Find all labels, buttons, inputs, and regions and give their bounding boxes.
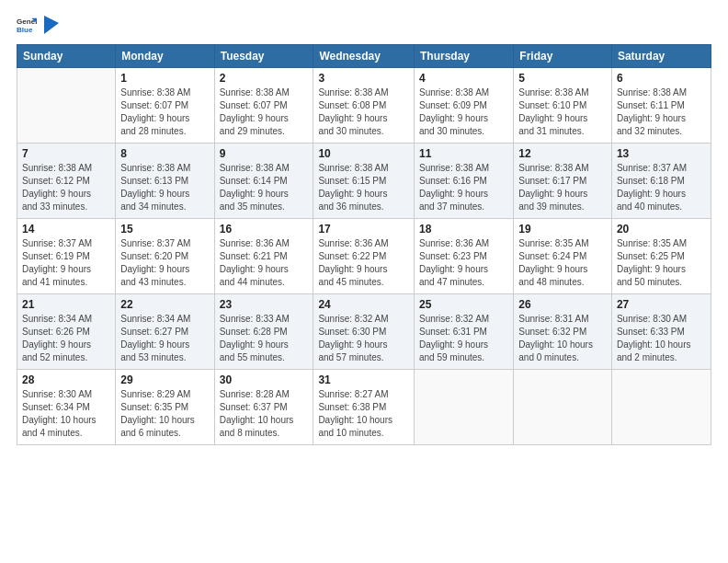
day-info: Sunrise: 8:37 AM Sunset: 6:20 PM Dayligh… xyxy=(120,237,209,289)
day-number: 29 xyxy=(120,373,209,386)
table-row: 16Sunrise: 8:36 AM Sunset: 6:21 PM Dayli… xyxy=(214,219,313,294)
table-row: 4Sunrise: 8:38 AM Sunset: 6:09 PM Daylig… xyxy=(414,68,513,144)
table-row: 11Sunrise: 8:38 AM Sunset: 6:16 PM Dayli… xyxy=(414,144,513,219)
day-info: Sunrise: 8:31 AM Sunset: 6:32 PM Dayligh… xyxy=(518,313,607,364)
day-info: Sunrise: 8:38 AM Sunset: 6:14 PM Dayligh… xyxy=(220,162,309,213)
day-number: 11 xyxy=(419,147,508,160)
table-row: 2Sunrise: 8:38 AM Sunset: 6:07 PM Daylig… xyxy=(214,68,313,144)
day-number: 26 xyxy=(518,298,607,311)
calendar-week-row: 21Sunrise: 8:34 AM Sunset: 6:26 PM Dayli… xyxy=(17,294,711,370)
day-info: Sunrise: 8:35 AM Sunset: 6:24 PM Dayligh… xyxy=(518,237,607,289)
day-number: 10 xyxy=(318,147,409,160)
table-row: 30Sunrise: 8:28 AM Sunset: 6:37 PM Dayli… xyxy=(214,370,313,445)
day-number: 27 xyxy=(617,298,706,311)
day-number: 3 xyxy=(318,72,409,85)
table-row: 8Sunrise: 8:38 AM Sunset: 6:13 PM Daylig… xyxy=(116,144,214,219)
table-row: 29Sunrise: 8:29 AM Sunset: 6:35 PM Dayli… xyxy=(116,370,214,445)
day-info: Sunrise: 8:38 AM Sunset: 6:13 PM Dayligh… xyxy=(120,162,209,213)
day-number: 22 xyxy=(120,298,209,311)
table-row: 24Sunrise: 8:32 AM Sunset: 6:30 PM Dayli… xyxy=(313,294,415,370)
day-number: 31 xyxy=(318,373,409,386)
table-row xyxy=(611,370,711,445)
table-row: 27Sunrise: 8:30 AM Sunset: 6:33 PM Dayli… xyxy=(611,294,711,370)
table-row: 5Sunrise: 8:38 AM Sunset: 6:10 PM Daylig… xyxy=(514,68,612,144)
table-row: 22Sunrise: 8:34 AM Sunset: 6:27 PM Dayli… xyxy=(116,294,214,370)
table-row: 1Sunrise: 8:38 AM Sunset: 6:07 PM Daylig… xyxy=(116,68,214,144)
day-number: 17 xyxy=(318,223,409,236)
table-row: 6Sunrise: 8:38 AM Sunset: 6:11 PM Daylig… xyxy=(611,68,711,144)
day-info: Sunrise: 8:36 AM Sunset: 6:23 PM Dayligh… xyxy=(419,237,508,289)
table-row: 23Sunrise: 8:33 AM Sunset: 6:28 PM Dayli… xyxy=(214,294,313,370)
day-info: Sunrise: 8:30 AM Sunset: 6:34 PM Dayligh… xyxy=(22,388,110,440)
table-row: 18Sunrise: 8:36 AM Sunset: 6:23 PM Dayli… xyxy=(414,219,513,294)
day-number: 7 xyxy=(22,147,110,160)
table-row: 12Sunrise: 8:38 AM Sunset: 6:17 PM Dayli… xyxy=(514,144,612,219)
day-number: 14 xyxy=(22,223,110,236)
day-number: 9 xyxy=(220,147,309,160)
day-info: Sunrise: 8:38 AM Sunset: 6:12 PM Dayligh… xyxy=(22,162,110,213)
table-row: 17Sunrise: 8:36 AM Sunset: 6:22 PM Dayli… xyxy=(313,219,415,294)
day-number: 12 xyxy=(518,147,607,160)
day-number: 20 xyxy=(617,223,706,236)
table-row: 15Sunrise: 8:37 AM Sunset: 6:20 PM Dayli… xyxy=(116,219,214,294)
page: General Blue Sunday Monday Tuesday Wedne… xyxy=(0,0,728,563)
day-info: Sunrise: 8:29 AM Sunset: 6:35 PM Dayligh… xyxy=(120,388,209,440)
header-thursday: Thursday xyxy=(414,45,513,68)
day-number: 18 xyxy=(419,223,508,236)
header-tuesday: Tuesday xyxy=(214,45,313,68)
day-info: Sunrise: 8:33 AM Sunset: 6:28 PM Dayligh… xyxy=(220,313,309,364)
day-info: Sunrise: 8:38 AM Sunset: 6:11 PM Dayligh… xyxy=(617,86,706,138)
day-number: 28 xyxy=(22,373,110,386)
header-friday: Friday xyxy=(514,45,612,68)
day-number: 16 xyxy=(220,223,309,236)
day-number: 4 xyxy=(419,72,508,85)
day-info: Sunrise: 8:38 AM Sunset: 6:09 PM Dayligh… xyxy=(419,86,508,138)
day-info: Sunrise: 8:36 AM Sunset: 6:22 PM Dayligh… xyxy=(318,237,409,289)
day-info: Sunrise: 8:38 AM Sunset: 6:10 PM Dayligh… xyxy=(518,86,607,138)
calendar-body: 1Sunrise: 8:38 AM Sunset: 6:07 PM Daylig… xyxy=(17,68,711,445)
table-row: 26Sunrise: 8:31 AM Sunset: 6:32 PM Dayli… xyxy=(514,294,612,370)
day-number: 2 xyxy=(220,72,309,85)
day-info: Sunrise: 8:35 AM Sunset: 6:25 PM Dayligh… xyxy=(617,237,706,289)
day-info: Sunrise: 8:27 AM Sunset: 6:38 PM Dayligh… xyxy=(318,388,409,440)
table-row: 10Sunrise: 8:38 AM Sunset: 6:15 PM Dayli… xyxy=(313,144,415,219)
calendar-week-row: 1Sunrise: 8:38 AM Sunset: 6:07 PM Daylig… xyxy=(17,68,711,144)
day-number: 8 xyxy=(120,147,209,160)
day-info: Sunrise: 8:38 AM Sunset: 6:17 PM Dayligh… xyxy=(518,162,607,213)
table-row xyxy=(514,370,612,445)
day-number: 1 xyxy=(120,72,209,85)
header: General Blue xyxy=(17,15,711,35)
table-row: 21Sunrise: 8:34 AM Sunset: 6:26 PM Dayli… xyxy=(17,294,116,370)
table-row: 3Sunrise: 8:38 AM Sunset: 6:08 PM Daylig… xyxy=(313,68,415,144)
calendar-week-row: 14Sunrise: 8:37 AM Sunset: 6:19 PM Dayli… xyxy=(17,219,711,294)
header-sunday: Sunday xyxy=(17,45,116,68)
calendar-header-row: Sunday Monday Tuesday Wednesday Thursday… xyxy=(17,45,711,68)
day-info: Sunrise: 8:37 AM Sunset: 6:18 PM Dayligh… xyxy=(617,162,706,213)
header-monday: Monday xyxy=(116,45,214,68)
day-info: Sunrise: 8:28 AM Sunset: 6:37 PM Dayligh… xyxy=(220,388,309,440)
day-number: 5 xyxy=(518,72,607,85)
day-info: Sunrise: 8:38 AM Sunset: 6:15 PM Dayligh… xyxy=(318,162,409,213)
day-number: 21 xyxy=(22,298,110,311)
header-saturday: Saturday xyxy=(611,45,711,68)
day-info: Sunrise: 8:38 AM Sunset: 6:07 PM Dayligh… xyxy=(220,86,309,138)
table-row: 28Sunrise: 8:30 AM Sunset: 6:34 PM Dayli… xyxy=(17,370,116,445)
logo-icon: General Blue xyxy=(17,15,37,35)
table-row: 14Sunrise: 8:37 AM Sunset: 6:19 PM Dayli… xyxy=(17,219,116,294)
table-row: 19Sunrise: 8:35 AM Sunset: 6:24 PM Dayli… xyxy=(514,219,612,294)
table-row: 25Sunrise: 8:32 AM Sunset: 6:31 PM Dayli… xyxy=(414,294,513,370)
day-number: 30 xyxy=(220,373,309,386)
day-info: Sunrise: 8:38 AM Sunset: 6:08 PM Dayligh… xyxy=(318,86,409,138)
header-wednesday: Wednesday xyxy=(313,45,415,68)
day-number: 19 xyxy=(518,223,607,236)
day-info: Sunrise: 8:30 AM Sunset: 6:33 PM Dayligh… xyxy=(617,313,706,364)
day-number: 13 xyxy=(617,147,706,160)
day-number: 23 xyxy=(220,298,309,311)
day-info: Sunrise: 8:36 AM Sunset: 6:21 PM Dayligh… xyxy=(220,237,309,289)
day-info: Sunrise: 8:34 AM Sunset: 6:27 PM Dayligh… xyxy=(120,313,209,364)
day-info: Sunrise: 8:32 AM Sunset: 6:31 PM Dayligh… xyxy=(419,313,508,364)
day-number: 15 xyxy=(120,223,209,236)
svg-marker-3 xyxy=(44,16,59,34)
day-number: 24 xyxy=(318,298,409,311)
day-info: Sunrise: 8:37 AM Sunset: 6:19 PM Dayligh… xyxy=(22,237,110,289)
